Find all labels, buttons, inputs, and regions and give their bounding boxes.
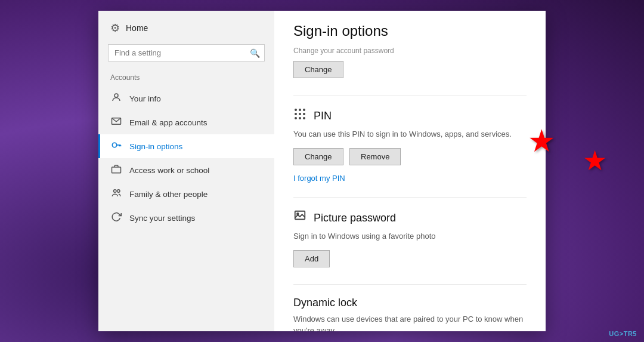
settings-window: ⚙ Home 🔍 Accounts Your info Email & app … [98,11,546,331]
access-work-school-label: Access work or school [129,166,209,175]
sidebar-item-email-app-accounts[interactable]: Email & app accounts [98,110,274,134]
svg-point-0 [114,94,118,97]
svg-point-12 [295,113,297,115]
pin-title: PIN [314,110,332,122]
pin-grid-icon [293,107,306,124]
home-icon: ⚙ [110,21,120,35]
svg-point-17 [303,117,305,119]
sidebar-item-family-other-people[interactable]: Family & other people [98,182,274,206]
family-other-people-label: Family & other people [129,190,208,199]
svg-point-16 [299,117,301,119]
svg-point-19 [297,213,299,215]
briefcase-icon [110,164,122,177]
sync-settings-label: Sync your settings [129,214,195,223]
svg-rect-6 [112,167,121,173]
svg-point-2 [112,143,117,147]
truncated-text: Change your account password [293,47,527,55]
watermark: UG>TR5 [609,330,637,337]
forgot-pin-link[interactable]: I forgot my PIN [293,174,527,183]
sidebar: ⚙ Home 🔍 Accounts Your info Email & app … [98,11,274,331]
picture-password-description: Sign in to Windows using a favorite phot… [293,231,527,242]
picture-password-section: Picture password Sign in to Windows usin… [293,197,527,270]
search-box: 🔍 [108,44,265,61]
sidebar-item-your-info[interactable]: Your info [98,87,274,110]
main-content: Sign-in options Change your account pass… [274,11,546,331]
people-icon [110,187,122,201]
pin-description: You can use this PIN to sign in to Windo… [293,129,527,140]
dynamic-lock-header: Dynamic lock [293,297,527,309]
svg-point-10 [299,109,301,111]
svg-point-11 [303,109,305,111]
sync-icon [110,211,122,224]
search-input[interactable] [108,44,265,61]
sidebar-item-sync-settings[interactable]: Sync your settings [98,206,274,230]
dynamic-lock-description: Windows can use devices that are paired … [293,314,527,331]
picture-password-add-button[interactable]: Add [293,250,330,267]
pin-section: PIN You can use this PIN to sign in to W… [293,95,527,183]
page-title: Sign-in options [293,11,527,44]
email-app-accounts-label: Email & app accounts [129,118,208,127]
search-icon: 🔍 [250,48,260,58]
dynamic-lock-section: Dynamic lock Windows can use devices tha… [293,284,527,331]
pin-remove-button[interactable]: Remove [349,148,401,165]
accounts-section-label: Accounts [98,71,274,87]
svg-point-13 [299,113,301,115]
mail-icon [110,116,122,129]
svg-point-7 [114,190,117,193]
svg-point-14 [303,113,305,115]
svg-point-15 [295,117,297,119]
your-info-label: Your info [129,94,161,103]
svg-point-8 [117,190,120,193]
pin-section-header: PIN [293,107,527,124]
pin-change-button[interactable]: Change [293,148,343,165]
person-icon [110,92,122,105]
svg-point-9 [295,109,297,111]
sidebar-item-sign-in-options[interactable]: Sign-in options [98,134,274,158]
change-password-button[interactable]: Change [293,61,343,78]
picture-password-icon [293,209,306,226]
home-label: Home [126,23,148,33]
picture-password-header: Picture password [293,209,527,226]
sidebar-item-access-work-school[interactable]: Access work or school [98,158,274,182]
key-icon [110,140,122,153]
home-nav-item[interactable]: ⚙ Home [98,11,274,42]
sign-in-options-label: Sign-in options [129,142,182,151]
dynamic-lock-title: Dynamic lock [293,297,357,309]
picture-password-title: Picture password [314,212,396,224]
